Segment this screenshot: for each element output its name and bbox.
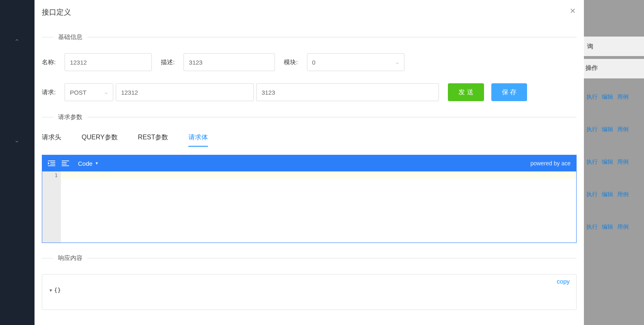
code-format-label: Code	[78, 160, 93, 167]
response-legend: 响应内容	[58, 254, 82, 262]
url-full-input[interactable]	[256, 83, 439, 101]
url-path-input[interactable]	[116, 83, 254, 101]
bg-edit-link[interactable]: 编辑	[602, 191, 613, 198]
collapse-caret-icon[interactable]: ▼	[50, 288, 52, 292]
send-button[interactable]: 发 送	[448, 83, 484, 101]
module-value: 0	[312, 59, 316, 66]
bg-usecase-link[interactable]: 用例	[617, 158, 629, 166]
copy-button[interactable]: copy	[557, 278, 570, 285]
chevron-down-icon: ˅	[15, 140, 19, 147]
response-json-root[interactable]: ▼ {}	[50, 287, 569, 293]
tab-query[interactable]: QUERY参数	[82, 133, 118, 147]
bg-edit-link[interactable]: 编辑	[602, 223, 613, 231]
indent-left-icon[interactable]	[62, 160, 69, 166]
section-params: 请求参数	[42, 113, 577, 121]
name-label: 名称:	[42, 58, 56, 66]
bg-edit-link[interactable]: 编辑	[602, 93, 613, 101]
request-label: 请求:	[42, 89, 56, 96]
bg-action-col: 操作	[586, 64, 598, 72]
bg-table-strip: 询 操作 执行 编辑 用例 执行 编辑 用例 执行 编辑 用例 执行 编辑 用例…	[583, 0, 644, 325]
chevron-up-icon: ˄	[15, 39, 19, 45]
bg-usecase-link[interactable]: 用例	[617, 93, 629, 101]
basic-legend: 基础信息	[58, 33, 82, 41]
line-number: 1	[42, 172, 58, 178]
desc-label: 描述:	[161, 58, 175, 66]
bg-exec-link[interactable]: 执行	[586, 158, 598, 166]
powered-by-label: powered by ace	[530, 160, 571, 167]
params-legend: 请求参数	[58, 113, 82, 121]
section-basic: 基础信息	[42, 33, 577, 41]
chevron-down-icon: ⌄	[395, 60, 400, 65]
code-format-select[interactable]: Code ▼	[78, 160, 99, 167]
active-line-highlight	[61, 171, 576, 179]
interface-definition-modal: ✕ 接口定义 基础信息 名称: 描述: 模块: 0 ⌄ 请求: POST	[35, 0, 584, 325]
save-button[interactable]: 保 存	[491, 83, 527, 101]
tab-headers[interactable]: 请求头	[42, 133, 61, 147]
modal-title: 接口定义	[42, 7, 577, 17]
code-textarea[interactable]	[61, 171, 576, 243]
tab-body[interactable]: 请求体	[188, 133, 208, 147]
bg-usecase-link[interactable]: 用例	[617, 223, 629, 231]
module-label: 模块:	[284, 58, 298, 66]
code-editor: Code ▼ powered by ace 1	[42, 155, 577, 243]
module-select[interactable]: 0 ⌄	[307, 53, 404, 71]
bg-exec-link[interactable]: 执行	[586, 223, 598, 231]
tab-rest[interactable]: REST参数	[138, 133, 169, 147]
method-value: POST	[70, 89, 86, 96]
bg-exec-link[interactable]: 执行	[586, 126, 598, 133]
bg-exec-link[interactable]: 执行	[586, 93, 598, 101]
response-viewer: copy ▼ {}	[42, 274, 577, 310]
name-input[interactable]	[65, 53, 152, 71]
editor-toolbar: Code ▼ powered by ace	[42, 155, 576, 171]
close-icon[interactable]: ✕	[570, 6, 576, 15]
chevron-down-icon: ⌄	[104, 90, 109, 95]
indent-right-icon[interactable]	[48, 160, 55, 166]
bg-usecase-link[interactable]: 用例	[617, 191, 629, 198]
response-object: {}	[54, 287, 61, 293]
bg-left-sidebar: ˄ ˅	[0, 0, 35, 325]
bg-usecase-link[interactable]: 用例	[617, 126, 629, 133]
caret-down-icon: ▼	[95, 161, 99, 165]
bg-edit-link[interactable]: 编辑	[602, 126, 613, 133]
param-tabs: 请求头 QUERY参数 REST参数 请求体	[42, 133, 577, 147]
bg-query-col: 询	[587, 43, 593, 50]
bg-exec-link[interactable]: 执行	[586, 191, 598, 198]
bg-edit-link[interactable]: 编辑	[602, 158, 613, 166]
method-select[interactable]: POST ⌄	[65, 83, 113, 101]
line-gutter: 1	[42, 171, 61, 243]
section-response: 响应内容	[42, 254, 577, 262]
desc-input[interactable]	[184, 53, 275, 71]
